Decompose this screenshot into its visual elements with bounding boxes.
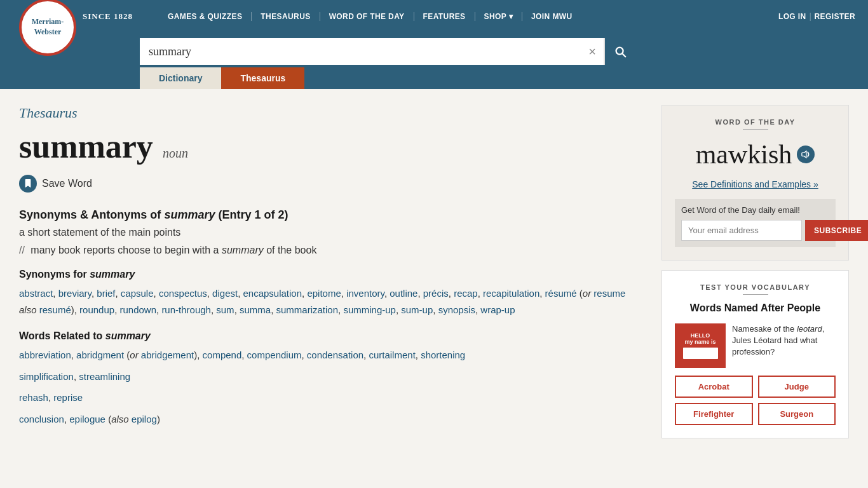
thesaurus-section-label: Thesaurus <box>19 105 642 121</box>
nav-shop[interactable]: SHOP ▾ <box>475 12 523 21</box>
vocab-image-hello: HELLO <box>691 332 710 339</box>
wotd-card: WORD OF THE DAY mawkish See Definitions … <box>661 105 849 261</box>
related-title: Words Related to summary <box>19 330 642 342</box>
vocab-title: Words Named After People <box>675 302 836 314</box>
wotd-label: WORD OF THE DAY <box>675 118 836 126</box>
rel-abridgment[interactable]: abridgment <box>76 349 124 360</box>
syn-precis[interactable]: précis <box>423 288 449 299</box>
related-list-1: abbreviation, abridgment (or abridgement… <box>19 347 642 363</box>
nav-features[interactable]: FEATURES <box>414 12 475 21</box>
answer-firefighter[interactable]: Firefighter <box>675 403 753 425</box>
rel-or-note: (or abridgement), <box>126 349 200 360</box>
bookmark-icon[interactable] <box>19 175 37 193</box>
syn-summarization[interactable]: summarization <box>276 304 339 315</box>
rel-abbreviation[interactable]: abbreviation <box>19 349 71 360</box>
syn-recapitulation[interactable]: recapitulation <box>483 288 539 299</box>
rel-shortening[interactable]: shortening <box>421 349 465 360</box>
rel-epilogue[interactable]: epilogue <box>69 414 105 424</box>
vocab-desc-em: leotard <box>797 324 822 334</box>
related-word-em: summary <box>105 330 151 341</box>
logo-line2: Webster <box>34 27 62 36</box>
syn-epitome[interactable]: epitome <box>307 288 341 299</box>
answer-acrobat[interactable]: Acrobat <box>675 376 753 398</box>
vocab-image-area: HELLO my name is Namesake of the leotard… <box>675 323 836 368</box>
subscribe-button[interactable]: SUBSCRIBE <box>805 220 868 241</box>
save-word-row: Save Word <box>19 175 642 193</box>
rel-rehash[interactable]: rehash <box>19 392 48 403</box>
syn-sumup[interactable]: sum-up <box>401 304 433 315</box>
rel-streamlining[interactable]: streamlining <box>79 371 130 382</box>
wotd-definitions-link[interactable]: See Definitions and Examples » <box>675 179 836 189</box>
search-box: × <box>140 38 635 65</box>
register-link[interactable]: REGISTER <box>814 12 855 21</box>
related-list-2: simplification, streamlining <box>19 369 642 385</box>
syn-resume2[interactable]: resume <box>593 288 625 299</box>
nav-games[interactable]: GAMES & QUIZZES <box>159 12 252 21</box>
since-label: SINCE 1828 <box>83 11 133 22</box>
word-heading: summary noun <box>19 128 642 165</box>
rel-compend[interactable]: compend <box>203 349 242 360</box>
syn-rundown[interactable]: rundown <box>119 304 156 315</box>
wotd-divider <box>743 129 768 130</box>
syn-encapsulation[interactable]: encapsulation <box>243 288 302 299</box>
syn-inventory[interactable]: inventory <box>346 288 384 299</box>
rel-conclusion[interactable]: conclusion <box>19 414 64 424</box>
speaker-button[interactable] <box>797 146 815 163</box>
login-link[interactable]: LOG IN <box>778 12 806 21</box>
syn-resume3[interactable]: resumé <box>39 304 71 315</box>
related-list-4: conclusion, epilogue (also epilog) <box>19 411 642 428</box>
wotd-word-display: mawkish <box>675 139 836 170</box>
synonyms-title: Synonyms for summary <box>19 269 642 280</box>
save-word-label[interactable]: Save Word <box>42 178 92 189</box>
example-sentence: // many book reports choose to begin wit… <box>19 245 642 256</box>
syn-sum[interactable]: sum <box>216 304 234 315</box>
rel-simplification[interactable]: simplification <box>19 371 74 382</box>
nav-join[interactable]: JOIN MWU <box>522 12 581 21</box>
syn-brief[interactable]: brief <box>97 288 115 299</box>
wotd-link-text: See Definitions and Examples <box>692 179 811 189</box>
syn-outline[interactable]: outline <box>390 288 417 299</box>
clear-button[interactable]: × <box>581 45 604 58</box>
email-prompt: Get Word of the Day daily email! <box>681 205 829 215</box>
search-input[interactable] <box>140 39 581 65</box>
nav-wotd[interactable]: WORD OF THE DAY <box>320 12 414 21</box>
search-button[interactable] <box>604 38 635 65</box>
answer-judge[interactable]: Judge <box>758 376 836 398</box>
syn-digest[interactable]: digest <box>212 288 238 299</box>
tab-dictionary[interactable]: Dictionary <box>140 67 221 89</box>
syn-conspectus[interactable]: conspectus <box>159 288 207 299</box>
vocab-desc-prefix: Namesake of the <box>732 324 797 334</box>
synonyms-label-text: Synonyms for <box>19 269 87 280</box>
syn-wrapup[interactable]: wrap-up <box>480 304 515 315</box>
related-section: Words Related to summary abbreviation, a… <box>19 330 642 427</box>
page-background: Thesaurus summary noun Save Word Synonym… <box>0 89 868 488</box>
syn-runthrough[interactable]: run-through <box>161 304 211 315</box>
syn-synopsis[interactable]: synopsis <box>438 304 475 315</box>
vocab-divider <box>743 294 768 295</box>
syn-abstract[interactable]: abstract <box>19 288 53 299</box>
rel-condensation[interactable]: condensation <box>307 349 363 360</box>
syn-summingup[interactable]: summing-up <box>343 304 396 315</box>
rel-curtailment[interactable]: curtailment <box>369 349 415 360</box>
rel-reprise[interactable]: reprise <box>53 392 83 403</box>
syn-summa[interactable]: summa <box>240 304 271 315</box>
syn-breviary[interactable]: breviary <box>58 288 92 299</box>
rel-abridgement[interactable]: abridgement <box>141 349 194 360</box>
rel-compendium[interactable]: compendium <box>247 349 302 360</box>
email-input[interactable] <box>681 220 802 241</box>
rel-epilog[interactable]: epilog <box>132 414 157 424</box>
logo-circle[interactable]: Merriam- Webster <box>19 0 76 56</box>
syn-roundup[interactable]: roundup <box>79 304 114 315</box>
tab-thesaurus[interactable]: Thesaurus <box>221 67 304 89</box>
sidebar: WORD OF THE DAY mawkish See Definitions … <box>661 105 849 440</box>
synonyms-word-em: summary <box>90 269 135 280</box>
pos-label: noun <box>163 146 188 161</box>
syn-resume[interactable]: résumé <box>545 288 577 299</box>
syn-recap[interactable]: recap <box>454 288 478 299</box>
vocab-description: Namesake of the leotard, Jules Léotard h… <box>732 323 836 358</box>
answer-surgeon[interactable]: Surgeon <box>758 403 836 425</box>
syn-capsule[interactable]: capsule <box>121 288 154 299</box>
main-word: summary <box>19 128 153 165</box>
nav-thesaurus[interactable]: THESAURUS <box>252 12 320 21</box>
synonyms-list: abstract, breviary, brief, capsule, cons… <box>19 285 642 318</box>
